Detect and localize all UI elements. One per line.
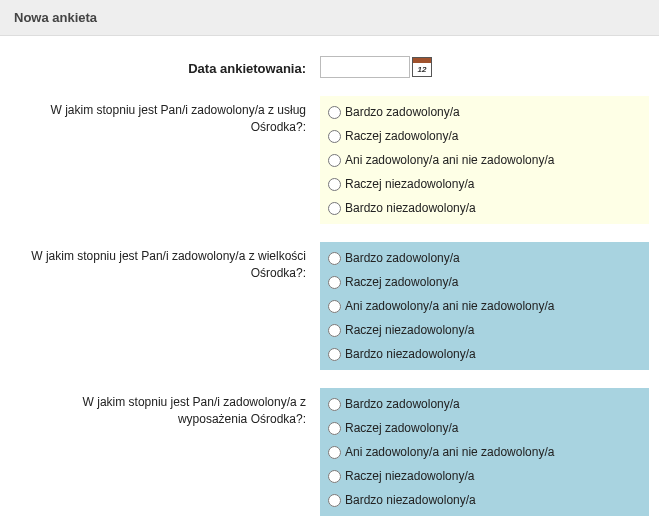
question-2-label: W jakim stopniu jest Pan/i zadowolony/a … [10, 242, 320, 282]
radio-input[interactable] [328, 494, 341, 507]
option-label: Raczej zadowolony/a [345, 275, 458, 289]
radio-option[interactable]: Bardzo zadowolony/a [326, 100, 643, 124]
option-label: Ani zadowolony/a ani nie zadowolony/a [345, 153, 554, 167]
radio-option[interactable]: Bardzo niezadowolony/a [326, 488, 643, 512]
radio-input[interactable] [328, 324, 341, 337]
panel-header: Nowa ankieta [0, 0, 659, 36]
radio-input[interactable] [328, 154, 341, 167]
option-label: Raczej zadowolony/a [345, 129, 458, 143]
radio-input[interactable] [328, 300, 341, 313]
calendar-icon-text: 12 [413, 63, 431, 76]
option-label: Bardzo niezadowolony/a [345, 201, 476, 215]
radio-input[interactable] [328, 106, 341, 119]
date-input-col: 12 [320, 56, 649, 78]
radio-option[interactable]: Raczej zadowolony/a [326, 124, 643, 148]
radio-option[interactable]: Bardzo niezadowolony/a [326, 342, 643, 366]
date-wrap: 12 [320, 56, 649, 78]
radio-option[interactable]: Raczej niezadowolony/a [326, 318, 643, 342]
question-1-options: Bardzo zadowolony/a Raczej zadowolony/a … [320, 96, 649, 224]
option-label: Bardzo zadowolony/a [345, 251, 460, 265]
row-question-1: W jakim stopniu jest Pan/i zadowolony/a … [10, 96, 649, 224]
radio-option[interactable]: Raczej zadowolony/a [326, 270, 643, 294]
row-date: Data ankietowania: 12 [10, 56, 649, 78]
question-3-label: W jakim stopniu jest Pan/i zadowolony/a … [10, 388, 320, 428]
radio-option[interactable]: Ani zadowolony/a ani nie zadowolony/a [326, 294, 643, 318]
radio-input[interactable] [328, 470, 341, 483]
radio-option[interactable]: Ani zadowolony/a ani nie zadowolony/a [326, 440, 643, 464]
survey-panel: Nowa ankieta Data ankietowania: 12 W jak… [0, 0, 659, 516]
option-label: Raczej niezadowolony/a [345, 177, 474, 191]
option-label: Raczej niezadowolony/a [345, 469, 474, 483]
option-label: Bardzo niezadowolony/a [345, 493, 476, 507]
radio-option[interactable]: Raczej zadowolony/a [326, 416, 643, 440]
radio-input[interactable] [328, 252, 341, 265]
radio-input[interactable] [328, 348, 341, 361]
option-label: Ani zadowolony/a ani nie zadowolony/a [345, 299, 554, 313]
radio-option[interactable]: Raczej niezadowolony/a [326, 172, 643, 196]
radio-input[interactable] [328, 178, 341, 191]
row-question-3: W jakim stopniu jest Pan/i zadowolony/a … [10, 388, 649, 516]
option-label: Raczej niezadowolony/a [345, 323, 474, 337]
question-2-options: Bardzo zadowolony/a Raczej zadowolony/a … [320, 242, 649, 370]
radio-option[interactable]: Bardzo zadowolony/a [326, 246, 643, 270]
radio-input[interactable] [328, 398, 341, 411]
date-label: Data ankietowania: [10, 56, 320, 78]
radio-input[interactable] [328, 130, 341, 143]
option-label: Bardzo niezadowolony/a [345, 347, 476, 361]
question-3-options: Bardzo zadowolony/a Raczej zadowolony/a … [320, 388, 649, 516]
radio-input[interactable] [328, 202, 341, 215]
radio-option[interactable]: Bardzo niezadowolony/a [326, 196, 643, 220]
radio-option[interactable]: Ani zadowolony/a ani nie zadowolony/a [326, 148, 643, 172]
option-label: Bardzo zadowolony/a [345, 397, 460, 411]
radio-option[interactable]: Bardzo zadowolony/a [326, 392, 643, 416]
radio-option[interactable]: Raczej niezadowolony/a [326, 464, 643, 488]
option-label: Ani zadowolony/a ani nie zadowolony/a [345, 445, 554, 459]
panel-title: Nowa ankieta [14, 10, 97, 25]
calendar-icon[interactable]: 12 [412, 57, 432, 77]
radio-input[interactable] [328, 276, 341, 289]
radio-input[interactable] [328, 422, 341, 435]
date-input[interactable] [320, 56, 410, 78]
radio-input[interactable] [328, 446, 341, 459]
row-question-2: W jakim stopniu jest Pan/i zadowolony/a … [10, 242, 649, 370]
question-1-label: W jakim stopniu jest Pan/i zadowolony/a … [10, 96, 320, 136]
option-label: Raczej zadowolony/a [345, 421, 458, 435]
option-label: Bardzo zadowolony/a [345, 105, 460, 119]
form-area: Data ankietowania: 12 W jakim stopniu je… [0, 36, 659, 516]
